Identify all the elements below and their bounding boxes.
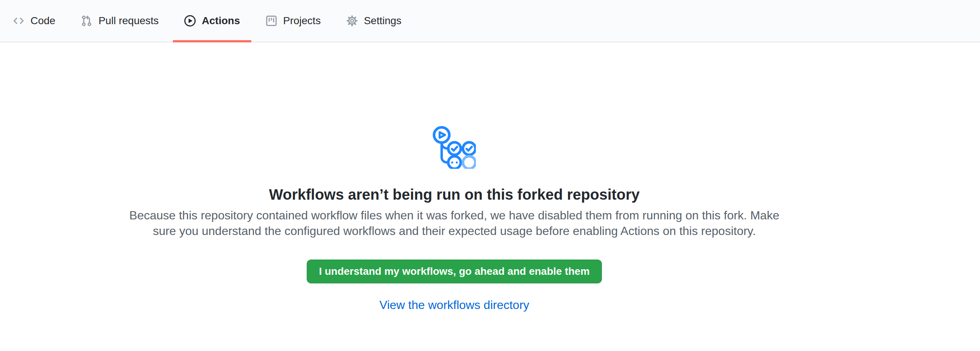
enable-workflows-button[interactable]: I understand my workflows, go ahead and … <box>307 259 602 283</box>
view-workflows-directory-link[interactable]: View the workflows directory <box>379 298 529 311</box>
tab-code-label: Code <box>30 16 56 26</box>
git-pull-request-icon <box>81 15 92 27</box>
tab-code[interactable]: Code <box>2 0 67 42</box>
empty-state-description: Because this repository contained workfl… <box>123 208 785 239</box>
actions-disabled-empty-state: Workflows aren’t being run on this forke… <box>0 42 980 311</box>
project-board-icon <box>266 15 277 27</box>
tab-pull-requests[interactable]: Pull requests <box>70 0 170 42</box>
code-icon <box>13 15 24 27</box>
tab-actions-label: Actions <box>202 16 240 26</box>
tab-projects-label: Projects <box>283 16 321 26</box>
play-circle-icon <box>184 15 196 27</box>
tab-settings-label: Settings <box>364 16 401 26</box>
tab-actions[interactable]: Actions <box>173 0 251 42</box>
tab-settings[interactable]: Settings <box>335 0 413 42</box>
tab-projects[interactable]: Projects <box>254 0 332 42</box>
gear-icon <box>346 15 358 27</box>
workflow-graph-icon <box>433 125 476 169</box>
empty-state-title: Workflows aren’t being run on this forke… <box>269 185 640 204</box>
repo-tab-bar: Code Pull requests Actions <box>0 0 980 42</box>
tab-pull-requests-label: Pull requests <box>99 16 159 26</box>
